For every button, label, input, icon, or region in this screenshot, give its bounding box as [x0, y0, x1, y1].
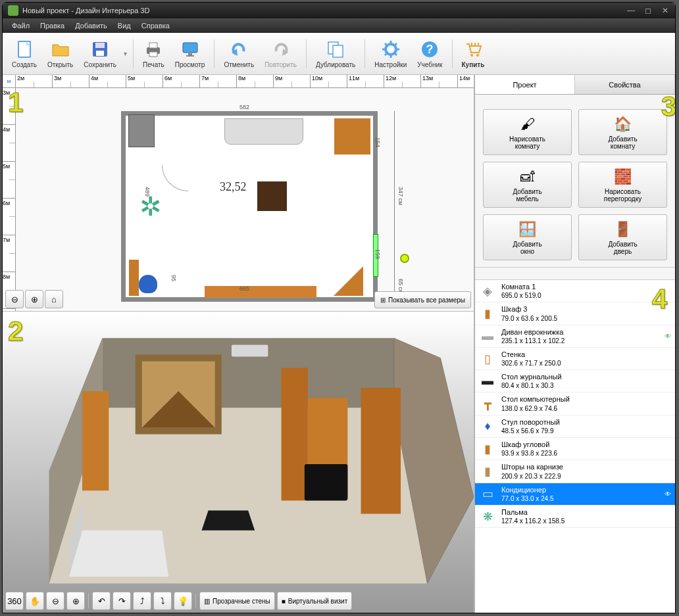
toolbar-label: Отменить — [224, 61, 254, 68]
light-button[interactable]: 💡 — [174, 592, 192, 610]
wall-icon: ▥ — [204, 598, 210, 605]
zoom-out-button[interactable]: ⊖ — [5, 290, 24, 308]
item-thumb-icon: ▮ — [479, 305, 496, 322]
toolbar-dropdown[interactable]: ▾ — [122, 50, 129, 57]
item-thumb-icon: ▯ — [479, 350, 496, 367]
rotate-right-button[interactable]: ↷ — [113, 592, 131, 610]
furn-corner-shelf[interactable] — [334, 118, 370, 154]
svg-marker-44 — [202, 511, 255, 531]
scene-item[interactable]: ▭Кондиционер77.0 x 33.0 x 24.5👁 — [475, 483, 675, 506]
item-info: Шкаф 379.0 x 63.6 x 200.5 — [501, 304, 671, 322]
furn-corner-wardrobe[interactable] — [334, 266, 363, 296]
menu-0[interactable]: Файл — [7, 20, 35, 32]
menu-2[interactable]: Добавить — [70, 20, 113, 32]
ruler-tick: 5м — [3, 162, 15, 199]
3d-scene — [3, 312, 474, 604]
svg-rect-40 — [282, 368, 308, 501]
item-thumb-icon: ▮ — [479, 463, 496, 480]
toolbar-dup-button[interactable]: Дублировать — [311, 36, 361, 71]
scene-item[interactable]: ▬Диван еврокнижка235.1 x 113.1 x 102.2👁 — [475, 325, 675, 348]
svg-rect-4 — [96, 51, 104, 56]
tab-properties[interactable]: Свойства — [575, 75, 675, 94]
add-room-icon: 🏠 — [614, 115, 632, 133]
plan-view[interactable]: м 2м3м4м5м6м7м8м9м10м11м12м13м14м 3м4м5м… — [3, 75, 474, 312]
toolbar-print-button[interactable]: Печать — [138, 36, 170, 71]
scene-item[interactable]: ┳Стол компьютерный138.0 x 62.9 x 74.6 — [475, 392, 675, 415]
zoom-out-3d-button[interactable]: ⊖ — [46, 592, 64, 610]
furn-wall-unit[interactable] — [205, 286, 316, 298]
tilt-down-button[interactable]: ⤵ — [153, 592, 172, 610]
app-window: Новый проект - Дизайн Интерьера 3D — ◻ ✕… — [2, 2, 676, 613]
main-toolbar: СоздатьОткрытьСохранить▾ПечатьПросмотрОт… — [3, 33, 675, 75]
scene-list[interactable]: 4 ◈Комната 1695.0 x 519.0▮Шкаф 379.0 x 6… — [475, 279, 675, 613]
item-thumb-icon: ❋ — [479, 508, 496, 525]
ruler-tick: 9м — [274, 75, 311, 87]
scene-item[interactable]: ❋Пальма127.4 x 116.2 x 158.5 — [475, 506, 675, 528]
scene-item[interactable]: ◈Комната 1695.0 x 519.0 — [475, 280, 675, 302]
add-furn-button[interactable]: 🛋Добавитьмебель — [483, 162, 572, 208]
toolbar-label: Просмотр — [175, 61, 205, 68]
draw-wall-button[interactable]: 🧱Нарисоватьперегородку — [578, 162, 667, 208]
menu-1[interactable]: Правка — [35, 20, 70, 32]
pan-button[interactable]: ✋ — [26, 592, 44, 610]
close-button[interactable]: ✕ — [661, 6, 670, 15]
svg-rect-10 — [186, 55, 194, 57]
toolbar-settings-button[interactable]: Настройки — [369, 36, 412, 71]
minimize-button[interactable]: — — [626, 6, 636, 15]
scene-item[interactable]: ▯Стенка302.6 x 71.7 x 250.0 — [475, 348, 675, 370]
svg-line-23 — [385, 53, 387, 55]
door-swing-icon[interactable] — [162, 165, 188, 191]
toolbar-redo-button[interactable]: Повторить — [259, 36, 302, 71]
virtual-visit-button[interactable]: ■ Виртуальный визит — [277, 592, 353, 610]
furn-wardrobe[interactable] — [128, 114, 155, 147]
handle-icon[interactable] — [400, 254, 409, 263]
toolbar-label: Настройки — [374, 61, 407, 68]
add-room-button[interactable]: 🏠Добавитькомнату — [578, 109, 667, 155]
ruler-tick: 11м — [347, 75, 384, 87]
show-dimensions-button[interactable]: ⊞ Показывать все размеры — [374, 291, 471, 308]
toolbar-save-button[interactable]: Сохранить — [78, 36, 122, 71]
toolbar-label: Учебник — [417, 61, 442, 68]
panel-tabs: Проект Свойства — [475, 75, 675, 95]
scene-item[interactable]: ▮Шторы на карнизе200.9 x 20.3 x 222.9 — [475, 460, 675, 483]
furn-chair[interactable] — [139, 275, 157, 293]
zoom-in-3d-button[interactable]: ⊕ — [66, 592, 85, 610]
toolbar-buy-button[interactable]: Купить — [457, 36, 490, 71]
add-door-button[interactable]: 🚪Добавитьдверь — [578, 214, 667, 260]
furn-sofa[interactable] — [224, 118, 303, 145]
scene-item[interactable]: ▬Стол журнальный80.4 x 80.1 x 30.3 — [475, 370, 675, 392]
tab-project[interactable]: Проект — [475, 75, 575, 94]
maximize-button[interactable]: ◻ — [643, 6, 653, 15]
add-window-button[interactable]: 🪟Добавитьокно — [483, 214, 572, 260]
toolbar-open-button[interactable]: Открыть — [42, 36, 78, 71]
menu-4[interactable]: Справка — [136, 20, 175, 32]
scene-item[interactable]: ▮Шкаф угловой93.9 x 93.8 x 223.6 — [475, 438, 675, 460]
view-3d[interactable]: 360 ✋ ⊖ ⊕ ↶ ↷ ⤴ ⤵ 💡 ▥ Прозрачные стены — [3, 312, 474, 613]
zoom-in-button[interactable]: ⊕ — [25, 290, 43, 308]
item-thumb-icon: ▬ — [479, 373, 496, 390]
plan-canvas[interactable]: ✲ 32,52 582 347 см 154 489 665 — [16, 88, 474, 311]
dim-bottom: 665 — [239, 285, 249, 292]
room-outline[interactable]: ✲ — [121, 111, 378, 302]
rotate-360-button[interactable]: 360 — [5, 592, 24, 610]
rotate-left-button[interactable]: ↶ — [92, 592, 111, 610]
menu-3[interactable]: Вид — [113, 20, 136, 32]
toolbar-help-button[interactable]: ?Учебник — [412, 36, 447, 71]
visibility-icon[interactable]: 👁 — [665, 490, 671, 498]
visibility-icon[interactable]: 👁 — [665, 333, 671, 340]
furn-coffee-table[interactable] — [257, 181, 287, 211]
svg-line-24 — [395, 43, 397, 45]
item-thumb-icon: ▭ — [479, 485, 496, 502]
transparent-walls-button[interactable]: ▥ Прозрачные стены — [199, 592, 275, 610]
scene-item[interactable]: ♦Стул поворотный48.5 x 56.6 x 79.9 — [475, 415, 675, 438]
furn-desk[interactable] — [129, 260, 139, 296]
home-button[interactable]: ⌂ — [45, 290, 63, 308]
toolbar-label: Создать — [12, 61, 37, 68]
tilt-up-button[interactable]: ⤴ — [133, 592, 151, 610]
toolbar-preview-button[interactable]: Просмотр — [170, 36, 211, 71]
draw-room-button[interactable]: 🖌Нарисоватькомнату — [483, 109, 572, 155]
toolbar-new-button[interactable]: Создать — [7, 36, 42, 71]
toolbar-undo-button[interactable]: Отменить — [218, 36, 259, 71]
add-window-icon: 🪟 — [518, 220, 537, 239]
scene-item[interactable]: ▮Шкаф 379.0 x 63.6 x 200.5 — [475, 302, 675, 325]
